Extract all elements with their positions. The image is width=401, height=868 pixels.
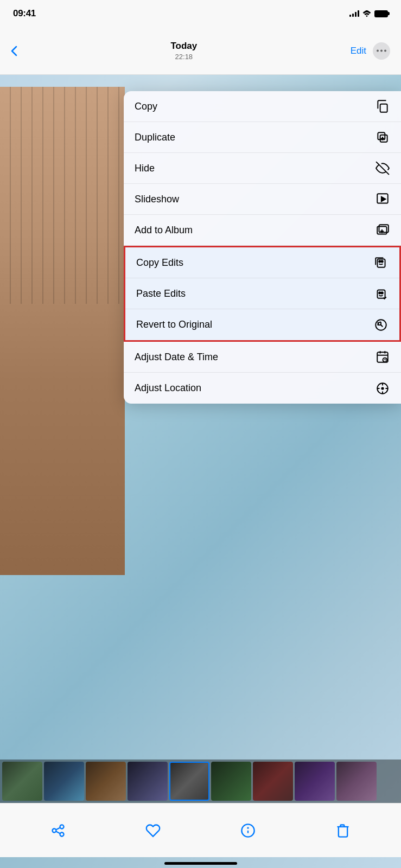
thumbnail-4[interactable] (128, 762, 168, 801)
signal-icon (349, 10, 359, 17)
copy-icon (375, 99, 390, 114)
menu-item-paste-edits-label: Paste Edits (136, 288, 186, 299)
revert-icon (373, 317, 389, 333)
menu-item-add-to-album-label: Add to Album (135, 225, 193, 236)
copy-edits-icon (373, 255, 389, 270)
delete-button[interactable] (335, 823, 351, 838)
menu-item-revert-label: Revert to Original (136, 319, 212, 330)
svg-point-17 (379, 260, 380, 262)
hide-icon (375, 161, 390, 176)
status-icons (349, 10, 388, 17)
svg-marker-11 (381, 197, 386, 202)
thumbnail-6[interactable] (211, 762, 251, 801)
svg-point-3 (384, 50, 386, 52)
thumbnail-1[interactable] (2, 762, 42, 801)
thumbnail-3[interactable] (86, 762, 126, 801)
duplicate-icon (375, 130, 390, 145)
svg-rect-4 (380, 104, 387, 112)
menu-item-copy-label: Copy (135, 101, 157, 112)
menu-item-slideshow-label: Slideshow (135, 194, 179, 205)
thumbnail-8[interactable] (295, 762, 335, 801)
menu-item-copy[interactable]: Copy (124, 91, 401, 122)
menu-item-hide-label: Hide (135, 163, 155, 174)
menu-item-copy-edits-label: Copy Edits (136, 257, 183, 269)
svg-point-2 (380, 50, 383, 52)
home-indicator (164, 862, 237, 865)
status-time: 09:41 (13, 8, 36, 19)
navigation-bar: Today 22:18 Edit (0, 27, 401, 75)
svg-rect-19 (378, 290, 385, 298)
nav-right: Edit (351, 42, 390, 60)
thumbnail-2[interactable] (44, 762, 84, 801)
thumbnail-9[interactable] (336, 762, 377, 801)
svg-rect-16 (378, 259, 385, 267)
nav-center: Today 22:18 (170, 41, 197, 61)
menu-item-adjust-location-label: Adjust Location (135, 382, 201, 394)
menu-item-add-to-album[interactable]: Add to Album (124, 215, 401, 246)
menu-item-duplicate[interactable]: Duplicate (124, 122, 401, 153)
svg-point-1 (377, 50, 379, 52)
menu-item-revert[interactable]: Revert to Original (125, 309, 399, 340)
like-button[interactable] (145, 823, 161, 838)
menu-item-adjust-date-time-label: Adjust Date & Time (135, 352, 218, 363)
thumbnail-5-selected[interactable] (169, 762, 209, 801)
nav-subtitle: 22:18 (170, 53, 197, 61)
svg-point-39 (247, 827, 248, 828)
svg-point-21 (381, 292, 383, 293)
wifi-icon (362, 10, 371, 17)
info-button[interactable] (240, 823, 256, 838)
thumbnail-strip (0, 760, 401, 803)
highlighted-section: Copy Edits Paste Edits (124, 246, 401, 342)
menu-item-paste-edits[interactable]: Paste Edits (125, 278, 399, 309)
menu-item-slideshow[interactable]: Slideshow (124, 184, 401, 215)
bottom-toolbar (0, 803, 401, 857)
svg-point-20 (379, 292, 380, 293)
edit-button[interactable]: Edit (351, 46, 366, 56)
menu-item-duplicate-label: Duplicate (135, 132, 175, 143)
back-button[interactable] (11, 46, 17, 56)
menu-item-hide[interactable]: Hide (124, 153, 401, 184)
battery-icon (374, 10, 388, 17)
nav-title: Today (170, 41, 197, 52)
svg-point-0 (366, 15, 368, 17)
share-button[interactable] (50, 823, 66, 838)
paste-edits-icon (373, 286, 389, 301)
menu-item-adjust-location[interactable]: Adjust Location (124, 373, 401, 404)
adjust-location-icon (375, 381, 390, 396)
svg-point-31 (381, 387, 383, 389)
dropdown-menu: Copy Duplicate Hide (124, 91, 401, 404)
thumbnail-7[interactable] (253, 762, 293, 801)
more-button[interactable] (373, 42, 390, 60)
building-photo (0, 87, 125, 575)
adjust-date-icon (375, 349, 390, 365)
add-album-icon (375, 222, 390, 238)
menu-item-adjust-date-time[interactable]: Adjust Date & Time (124, 342, 401, 373)
svg-point-18 (381, 260, 383, 262)
slideshow-icon (375, 192, 390, 207)
menu-item-copy-edits[interactable]: Copy Edits (125, 247, 399, 278)
status-bar: 09:41 (0, 0, 401, 27)
